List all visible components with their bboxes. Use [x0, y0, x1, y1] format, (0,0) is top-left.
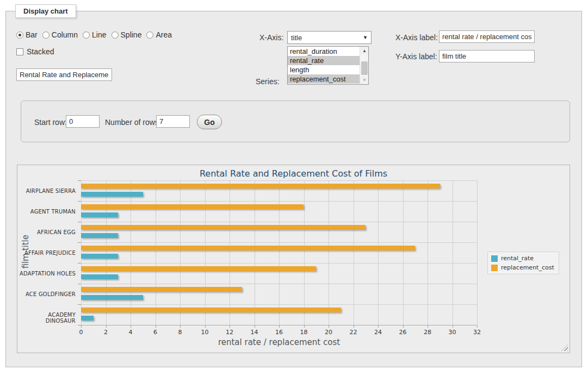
y-axis-label-field-label: Y-Axis label: [395, 52, 437, 61]
category-label: ACADEMY DINOSAUR [17, 312, 76, 324]
x-axis-tick [477, 325, 478, 328]
rows-panel [21, 101, 570, 142]
gridline-vertical [453, 180, 453, 325]
y-axis-tick [78, 180, 81, 181]
x-axis-title: rental rate / replacement cost [81, 337, 477, 347]
x-axis-select[interactable]: title ▼ [287, 31, 372, 44]
gridline-horizontal [81, 222, 477, 222]
x-tick-label: 6 [147, 329, 164, 336]
bar-replacement_cost [81, 308, 341, 312]
x-tick-label: 12 [221, 329, 238, 336]
series-multiselect[interactable]: rental_durationrental_ratelengthreplacem… [287, 46, 369, 85]
go-button[interactable]: Go [197, 115, 222, 129]
x-axis-tick [255, 325, 255, 328]
fieldset-legend: Display chart [15, 4, 76, 18]
chart-type-option-area[interactable]: Area [146, 30, 172, 39]
x-axis-tick [205, 325, 206, 328]
chart-type-label: Spline [121, 30, 142, 39]
x-tick-label: 18 [296, 329, 312, 336]
y-axis-tick [78, 222, 81, 222]
num-rows-input[interactable] [156, 115, 190, 128]
x-axis-tick [81, 325, 82, 328]
y-axis-tick [78, 201, 81, 202]
gridline-vertical [477, 180, 478, 325]
gridline-vertical [180, 180, 181, 325]
x-axis-tick [279, 325, 280, 328]
bar-rental_rate [81, 295, 143, 300]
y-axis-label-input[interactable] [439, 50, 535, 62]
chevron-down-icon: ▼ [363, 35, 368, 40]
series-option-rental_rate[interactable]: rental_rate [288, 56, 360, 65]
x-tick-label: 24 [370, 329, 386, 336]
radio-icon[interactable] [146, 32, 153, 39]
gridline-vertical [106, 180, 107, 325]
chart-type-option-bar[interactable]: Bar [16, 30, 38, 39]
chart-type-option-column[interactable]: Column [42, 30, 78, 39]
gridline-horizontal [81, 263, 477, 264]
bar-rental_rate [81, 212, 118, 217]
category-label: ACE GOLDFINGER [17, 291, 76, 297]
x-axis-tick [403, 325, 404, 328]
start-row-label: Start row: [34, 118, 67, 127]
series-scrollbar[interactable]: ▲ ▼ [360, 47, 368, 84]
legend-item-rental_rate[interactable]: rental_rate [491, 255, 554, 262]
bar-rental_rate [81, 192, 143, 197]
start-row-input[interactable] [66, 115, 100, 128]
bar-rental_rate [81, 274, 118, 279]
x-tick-label: 32 [469, 329, 485, 336]
x-tick-label: 20 [320, 329, 337, 336]
radio-icon[interactable] [16, 32, 23, 39]
category-label: ADAPTATION HOLES [17, 271, 76, 277]
bar-replacement_cost [81, 287, 242, 292]
chart-type-label: Bar [26, 30, 38, 39]
gridline-horizontal [81, 242, 477, 243]
gridline-vertical [131, 180, 131, 325]
legend-item-replacement_cost[interactable]: replacement_cost [491, 264, 554, 271]
scroll-down-icon[interactable]: ▼ [360, 76, 369, 84]
gridline-horizontal [81, 304, 477, 305]
x-axis-tick [453, 325, 453, 328]
chart-type-label: Column [52, 30, 78, 39]
gridline-vertical [304, 180, 305, 325]
y-axis-tick [78, 284, 81, 284]
series-option-length[interactable]: length [288, 65, 360, 74]
x-tick-label: 0 [73, 329, 89, 336]
x-axis-label-field-label: X-Axis label: [395, 33, 438, 42]
chart-title: Rental Rate and Replacement Cost of Film… [17, 168, 570, 179]
gridline-vertical [279, 180, 280, 325]
x-axis-tick [304, 325, 305, 328]
x-tick-label: 4 [122, 329, 139, 336]
series-select-label: Series: [256, 77, 280, 86]
y-axis-tick [78, 263, 81, 264]
x-axis-select-label: X-Axis: [259, 33, 283, 42]
radio-icon[interactable] [112, 32, 119, 39]
num-rows-label: Number of rows: [105, 118, 161, 127]
x-axis-tick [354, 325, 354, 328]
series-option-rental_duration[interactable]: rental_duration [288, 47, 360, 56]
scrollbar-thumb[interactable] [361, 61, 368, 75]
series-option-replacement_cost[interactable]: replacement_cost [288, 74, 360, 84]
category-label: AGENT TRUMAN [17, 209, 76, 215]
scroll-up-icon[interactable]: ▲ [360, 47, 369, 55]
x-tick-label: 16 [271, 329, 287, 336]
gridline-vertical [255, 180, 255, 325]
y-axis-tick [78, 242, 81, 243]
page: Display chart BarColumnLineSplineArea St… [0, 0, 588, 370]
x-axis-tick [230, 325, 230, 328]
gridline-vertical [230, 180, 230, 325]
resize-handle-icon[interactable] [561, 344, 568, 351]
chart-type-option-line[interactable]: Line [83, 30, 106, 39]
gridline-vertical [378, 180, 379, 325]
chart-legend: rental_ratereplacement_cost [487, 252, 559, 274]
chart-type-option-spline[interactable]: Spline [112, 30, 142, 39]
stacked-checkbox-row[interactable]: Stacked [16, 47, 54, 56]
x-axis-label-input[interactable] [439, 30, 535, 43]
chart-title-input[interactable] [16, 68, 112, 81]
x-axis-select-value: title [291, 34, 363, 42]
radio-icon[interactable] [42, 32, 49, 39]
gridline-vertical [428, 180, 428, 325]
stacked-checkbox[interactable] [16, 48, 23, 55]
chart-container: Rental Rate and Replacement Cost of Film… [17, 165, 570, 353]
radio-icon[interactable] [83, 32, 90, 39]
y-axis-title: film title [21, 235, 30, 268]
